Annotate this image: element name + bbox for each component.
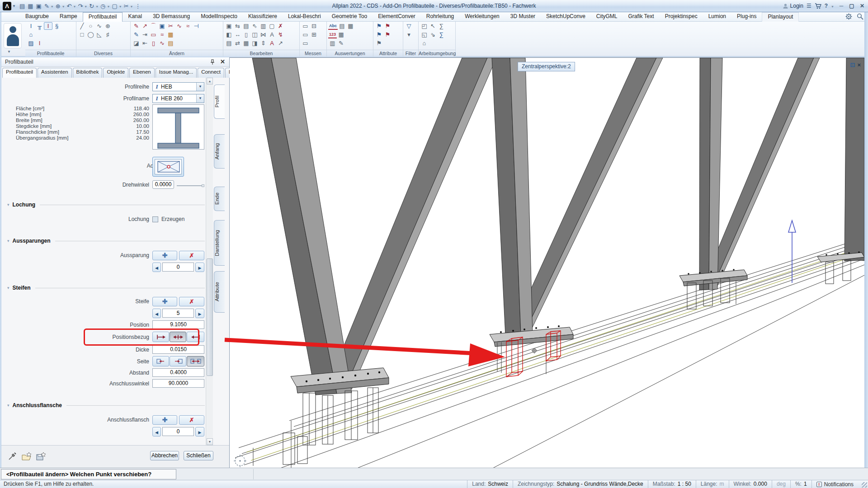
ribbon-icon[interactable]: ⇄ [233,39,242,47]
tab-kanal[interactable]: Kanal [123,12,147,22]
ribbon-icon[interactable]: ▦ [166,31,175,39]
positionsbezug-center-button[interactable] [170,332,186,342]
ribbon-icon[interactable]: ⚑ [383,31,392,39]
ribbon-icon[interactable]: A [268,31,276,39]
panel-icon[interactable]: ☰ [807,3,811,9]
ribbon-icon[interactable]: ✎ [132,31,141,39]
add-anschlussflansch-button[interactable]: ✚ [152,415,177,425]
save-favorite-icon[interactable] [36,452,47,461]
ribbon-icon[interactable]: ↯ [276,31,285,39]
add-steife-button[interactable]: ✚ [152,297,177,306]
section-lochung[interactable]: ▾ Lochung [1,201,209,208]
ribbon-icon[interactable]: ▤ [166,39,175,47]
ribbon-icon[interactable]: ▥ [259,22,268,30]
eyedropper-icon[interactable] [8,452,17,461]
next-button[interactable]: ▶ [195,427,204,436]
collapse-icon[interactable]: ▾ [7,202,9,207]
viewport-close-icon[interactable]: × [857,61,861,68]
ribbon-icon[interactable]: ∿ [175,22,184,30]
ribbon-icon[interactable]: ◧ [225,31,233,39]
ribbon-icon[interactable]: ◨ [250,39,259,47]
ribbon-icon[interactable]: ○ [86,22,95,30]
close-button[interactable]: ✕ [859,3,866,9]
prev-button[interactable]: ◀ [152,427,161,436]
side-tab-darstellung[interactable]: Darstellung [214,220,225,266]
drehwinkel-slider[interactable] [177,185,204,186]
ribbon-icon[interactable]: ▦ [242,39,250,47]
ribbon-icon[interactable]: ▽ [405,22,413,30]
ribbon-icon[interactable]: ↗ [276,39,285,47]
ribbon-icon[interactable]: ▣ [158,22,166,30]
login-button[interactable]: Login [783,3,803,9]
tab-geometrie-too[interactable]: Geometrie Too [326,12,373,22]
next-button[interactable]: ▶ [195,263,204,272]
ribbon-icon[interactable]: I [35,39,44,47]
ribbon-icon[interactable]: ⇥ [141,31,149,39]
tab-planlayout[interactable]: Planlayout [762,12,799,22]
status-segment[interactable]: %:1 [790,480,811,488]
ribbon-icon[interactable]: ▥ [328,39,337,47]
ribbon-icon[interactable]: ⇆ [233,22,242,30]
ribbon-icon[interactable]: ↖ [429,22,437,30]
ribbon-icon[interactable]: ▯ [242,31,250,39]
tab-rohrleitung[interactable]: Rohrleitung [421,12,459,22]
collapse-icon[interactable]: ▾ [7,286,9,290]
ribbon-icon[interactable]: ◫ [250,31,259,39]
palette-tab-connect[interactable]: Connect [198,68,224,78]
ribbon-icon[interactable]: ╱ [78,22,86,30]
tab-profilbauteil[interactable]: Profilbauteil [83,12,123,22]
anschlusswinkel-input[interactable]: 90.0000 [152,379,204,388]
seite-both-button[interactable] [187,356,204,366]
ribbon-icon[interactable]: ✂ [166,22,175,30]
ribbon-icon[interactable]: ✎ [337,39,345,47]
tab-baugrube[interactable]: Baugrube [20,12,54,22]
ribbon-icon[interactable]: ⇤ [141,39,149,47]
ribbon-icon[interactable]: ▭ [301,31,310,39]
ribbon-icon[interactable]: ∿ [158,39,166,47]
status-segment[interactable]: Zeichnungstyp:Schalung - Grundriss Wände… [513,480,648,488]
position-input[interactable]: 9.1050 [152,320,204,329]
aussparung-count[interactable]: 0 [162,263,194,272]
ribbon-icon[interactable]: ⊣ [192,22,201,30]
ribbon-icon[interactable]: ⇘ [429,31,437,39]
maximize-button[interactable]: ▢ [848,3,855,9]
ribbon-icon[interactable]: ◺ [95,31,104,39]
palette-scrollbar[interactable]: ▲ ▼ [206,78,213,445]
palette-tab-bibliothek[interactable]: Bibliothek [73,68,103,78]
seite-left-button[interactable] [152,356,169,366]
abstand-input[interactable]: 0.4000 [152,368,204,377]
status-segment[interactable]: Maßstab:1 : 50 [648,480,696,488]
cancel-button[interactable]: Abbrechen [150,451,179,460]
tab-rampe[interactable]: Rampe [54,12,83,22]
ribbon-icon[interactable]: ⊟ [310,22,318,30]
ribbon-icon[interactable]: I [27,22,35,30]
ribbon-icon[interactable]: ▭ [301,22,310,30]
prev-button[interactable]: ◀ [152,263,161,272]
ribbon-icon[interactable]: ▯ [149,39,158,47]
profilreihe-dropdown[interactable]: I HEB ▼ [152,82,204,91]
tab-werkleitungen[interactable]: Werkleitungen [459,12,505,22]
resize-grip[interactable] [862,482,867,488]
scroll-down-icon[interactable]: ▼ [207,438,213,445]
delete-steife-button[interactable]: ✗ [179,297,204,306]
ribbon-icon[interactable]: ⊞ [310,31,318,39]
add-aussparung-button[interactable]: ✚ [152,251,177,260]
ribbon-icon[interactable]: ≈ [158,31,166,39]
tab-elementconver[interactable]: ElementConver [373,12,421,22]
notifications-button[interactable]: !Notifications [811,480,858,488]
ribbon-icon[interactable]: ╥ [35,22,44,30]
ribbon-icon[interactable]: ♯ [104,31,112,39]
next-button[interactable]: ▶ [195,309,204,318]
ribbon-icon[interactable]: ↔ [233,31,242,39]
side-tab-ende[interactable]: Ende [214,187,225,211]
tab-3d-muster[interactable]: 3D Muster [505,12,541,22]
delete-anschlussflansch-button[interactable]: ✗ [179,415,204,425]
shop-cart-icon[interactable] [815,3,821,9]
ribbon-icon[interactable]: 123 [328,31,337,38]
ribbon-icon[interactable]: ▦ [346,22,355,30]
ribbon-icon[interactable]: ⚑ [383,22,392,30]
ribbon-icon[interactable]: ◰ [420,22,429,30]
tab-projektinspec[interactable]: Projektinspec [660,12,703,22]
ribbon-icon[interactable]: ✎ [132,22,141,30]
status-segment[interactable]: Land:Schweiz [467,480,513,488]
